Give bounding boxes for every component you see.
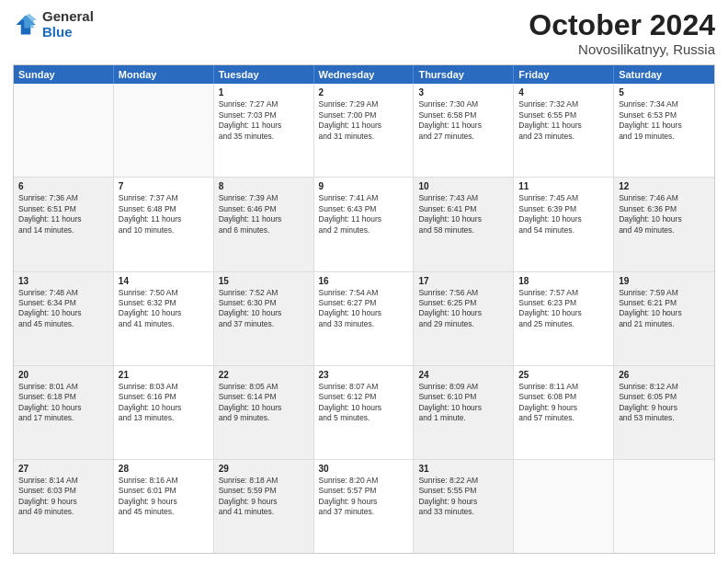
logo-general-text: General — [42, 9, 94, 25]
title-block: October 2024 Novosilikatnyy, Russia — [529, 9, 715, 57]
cal-cell-r2-c5: 18Sunrise: 7:57 AMSunset: 6:23 PMDayligh… — [514, 272, 614, 365]
header-thursday: Thursday — [414, 65, 514, 84]
cal-row-1: 6Sunrise: 7:36 AMSunset: 6:51 PMDaylight… — [14, 177, 714, 270]
day-num-25: 25 — [518, 369, 609, 381]
cell-text-r3-c1: Sunrise: 8:03 AMSunset: 6:16 PMDaylight:… — [119, 382, 209, 424]
logo-icon — [13, 12, 39, 38]
cal-cell-r3-c2: 22Sunrise: 8:05 AMSunset: 6:14 PMDayligh… — [214, 366, 314, 459]
header-tuesday: Tuesday — [214, 65, 314, 84]
cal-cell-r1-c4: 10Sunrise: 7:43 AMSunset: 6:41 PMDayligh… — [414, 178, 514, 270]
day-num-26: 26 — [619, 369, 710, 381]
cal-cell-r2-c3: 16Sunrise: 7:54 AMSunset: 6:27 PMDayligh… — [314, 272, 415, 365]
cell-text-r4-c0: Sunrise: 8:14 AMSunset: 6:03 PMDaylight:… — [18, 476, 108, 518]
day-num-27: 27 — [18, 463, 108, 475]
cal-cell-r0-c5: 4Sunrise: 7:32 AMSunset: 6:55 PMDaylight… — [514, 84, 614, 177]
day-num-16: 16 — [319, 275, 409, 287]
day-num-13: 13 — [18, 275, 108, 287]
cell-text-r0-c3: Sunrise: 7:29 AMSunset: 7:00 PMDaylight:… — [319, 99, 409, 142]
cell-text-r1-c0: Sunrise: 7:36 AMSunset: 6:51 PMDaylight:… — [18, 193, 108, 236]
cell-text-r2-c1: Sunrise: 7:50 AMSunset: 6:32 PMDaylight:… — [119, 288, 209, 330]
cal-row-2: 13Sunrise: 7:48 AMSunset: 6:34 PMDayligh… — [14, 271, 714, 365]
day-num-4: 4 — [518, 86, 609, 98]
cell-text-r0-c2: Sunrise: 7:27 AMSunset: 7:03 PMDaylight:… — [219, 99, 309, 142]
cal-cell-r2-c1: 14Sunrise: 7:50 AMSunset: 6:32 PMDayligh… — [114, 272, 214, 365]
day-num-21: 21 — [119, 369, 209, 381]
cell-text-r0-c4: Sunrise: 7:30 AMSunset: 6:58 PMDaylight:… — [418, 99, 508, 142]
cal-cell-r4-c2: 29Sunrise: 8:18 AMSunset: 5:59 PMDayligh… — [214, 460, 314, 553]
cell-text-r4-c4: Sunrise: 8:22 AMSunset: 5:55 PMDaylight:… — [418, 476, 508, 518]
cal-cell-r2-c6: 19Sunrise: 7:59 AMSunset: 6:21 PMDayligh… — [614, 272, 714, 365]
day-num-28: 28 — [119, 463, 209, 475]
cell-text-r1-c3: Sunrise: 7:41 AMSunset: 6:43 PMDaylight:… — [319, 193, 409, 236]
cal-cell-r4-c5 — [514, 460, 614, 553]
cal-cell-r0-c6: 5Sunrise: 7:34 AMSunset: 6:53 PMDaylight… — [614, 84, 714, 177]
cell-text-r4-c2: Sunrise: 8:18 AMSunset: 5:59 PMDaylight:… — [219, 476, 309, 518]
day-num-14: 14 — [119, 275, 209, 287]
cell-text-r2-c3: Sunrise: 7:54 AMSunset: 6:27 PMDaylight:… — [319, 288, 409, 330]
logo: General Blue — [13, 9, 94, 40]
cal-cell-r4-c3: 30Sunrise: 8:20 AMSunset: 5:57 PMDayligh… — [314, 460, 415, 553]
day-num-20: 20 — [18, 369, 108, 381]
cal-cell-r4-c4: 31Sunrise: 8:22 AMSunset: 5:55 PMDayligh… — [414, 460, 514, 553]
calendar-header: Sunday Monday Tuesday Wednesday Thursday… — [14, 65, 714, 84]
day-num-6: 6 — [18, 180, 108, 192]
day-num-7: 7 — [119, 180, 209, 192]
cal-cell-r0-c1 — [114, 84, 214, 177]
cal-cell-r0-c0 — [14, 84, 114, 177]
cell-text-r2-c6: Sunrise: 7:59 AMSunset: 6:21 PMDaylight:… — [619, 288, 710, 330]
cell-text-r1-c1: Sunrise: 7:37 AMSunset: 6:48 PMDaylight:… — [119, 193, 209, 236]
header-saturday: Saturday — [614, 65, 714, 84]
cal-cell-r2-c0: 13Sunrise: 7:48 AMSunset: 6:34 PMDayligh… — [14, 272, 114, 365]
cell-text-r0-c6: Sunrise: 7:34 AMSunset: 6:53 PMDaylight:… — [619, 99, 710, 142]
cell-text-r1-c6: Sunrise: 7:46 AMSunset: 6:36 PMDaylight:… — [619, 193, 710, 236]
cal-row-0: 1Sunrise: 7:27 AMSunset: 7:03 PMDaylight… — [14, 84, 714, 177]
cell-text-r3-c4: Sunrise: 8:09 AMSunset: 6:10 PMDaylight:… — [418, 382, 508, 424]
cal-cell-r2-c4: 17Sunrise: 7:56 AMSunset: 6:25 PMDayligh… — [414, 272, 514, 365]
cal-cell-r4-c0: 27Sunrise: 8:14 AMSunset: 6:03 PMDayligh… — [14, 460, 114, 553]
cal-cell-r3-c1: 21Sunrise: 8:03 AMSunset: 6:16 PMDayligh… — [114, 366, 214, 459]
day-num-10: 10 — [418, 180, 508, 192]
title-location: Novosilikatnyy, Russia — [529, 41, 715, 57]
cell-text-r3-c0: Sunrise: 8:01 AMSunset: 6:18 PMDaylight:… — [18, 382, 108, 424]
cell-text-r3-c5: Sunrise: 8:11 AMSunset: 6:08 PMDaylight:… — [518, 382, 609, 424]
cal-cell-r3-c4: 24Sunrise: 8:09 AMSunset: 6:10 PMDayligh… — [414, 366, 514, 459]
header: General Blue October 2024 Novosilikatnyy… — [13, 9, 715, 57]
cal-cell-r3-c6: 26Sunrise: 8:12 AMSunset: 6:05 PMDayligh… — [614, 366, 714, 459]
day-num-5: 5 — [619, 86, 710, 98]
day-num-17: 17 — [418, 275, 508, 287]
cell-text-r3-c6: Sunrise: 8:12 AMSunset: 6:05 PMDaylight:… — [619, 382, 710, 424]
cal-cell-r1-c1: 7Sunrise: 7:37 AMSunset: 6:48 PMDaylight… — [114, 178, 214, 270]
day-num-23: 23 — [319, 369, 409, 381]
cal-cell-r1-c3: 9Sunrise: 7:41 AMSunset: 6:43 PMDaylight… — [314, 178, 415, 270]
cal-cell-r1-c5: 11Sunrise: 7:45 AMSunset: 6:39 PMDayligh… — [514, 178, 614, 270]
cell-text-r1-c2: Sunrise: 7:39 AMSunset: 6:46 PMDaylight:… — [219, 193, 309, 236]
cal-cell-r2-c2: 15Sunrise: 7:52 AMSunset: 6:30 PMDayligh… — [214, 272, 314, 365]
cell-text-r3-c3: Sunrise: 8:07 AMSunset: 6:12 PMDaylight:… — [319, 382, 409, 424]
day-num-19: 19 — [619, 275, 710, 287]
cell-text-r2-c2: Sunrise: 7:52 AMSunset: 6:30 PMDaylight:… — [219, 288, 309, 330]
cell-text-r2-c4: Sunrise: 7:56 AMSunset: 6:25 PMDaylight:… — [418, 288, 508, 330]
cell-text-r2-c5: Sunrise: 7:57 AMSunset: 6:23 PMDaylight:… — [518, 288, 609, 330]
cal-cell-r4-c6 — [614, 460, 714, 553]
cal-cell-r1-c6: 12Sunrise: 7:46 AMSunset: 6:36 PMDayligh… — [614, 178, 714, 270]
cell-text-r2-c0: Sunrise: 7:48 AMSunset: 6:34 PMDaylight:… — [18, 288, 108, 330]
day-num-9: 9 — [319, 180, 409, 192]
day-num-31: 31 — [418, 463, 508, 475]
cell-text-r1-c4: Sunrise: 7:43 AMSunset: 6:41 PMDaylight:… — [418, 193, 508, 236]
day-num-11: 11 — [518, 180, 609, 192]
cal-cell-r3-c0: 20Sunrise: 8:01 AMSunset: 6:18 PMDayligh… — [14, 366, 114, 459]
cal-cell-r0-c2: 1Sunrise: 7:27 AMSunset: 7:03 PMDaylight… — [214, 84, 314, 177]
calendar: Sunday Monday Tuesday Wednesday Thursday… — [13, 64, 715, 554]
cal-cell-r0-c3: 2Sunrise: 7:29 AMSunset: 7:00 PMDaylight… — [314, 84, 415, 177]
day-num-24: 24 — [418, 369, 508, 381]
day-num-29: 29 — [219, 463, 309, 475]
cell-text-r0-c5: Sunrise: 7:32 AMSunset: 6:55 PMDaylight:… — [518, 99, 609, 142]
header-monday: Monday — [114, 65, 214, 84]
day-num-22: 22 — [219, 369, 309, 381]
day-num-3: 3 — [418, 86, 508, 98]
day-num-30: 30 — [319, 463, 409, 475]
day-num-18: 18 — [518, 275, 609, 287]
cal-row-4: 27Sunrise: 8:14 AMSunset: 6:03 PMDayligh… — [14, 459, 714, 553]
cal-cell-r3-c3: 23Sunrise: 8:07 AMSunset: 6:12 PMDayligh… — [314, 366, 415, 459]
cal-cell-r3-c5: 25Sunrise: 8:11 AMSunset: 6:08 PMDayligh… — [514, 366, 614, 459]
